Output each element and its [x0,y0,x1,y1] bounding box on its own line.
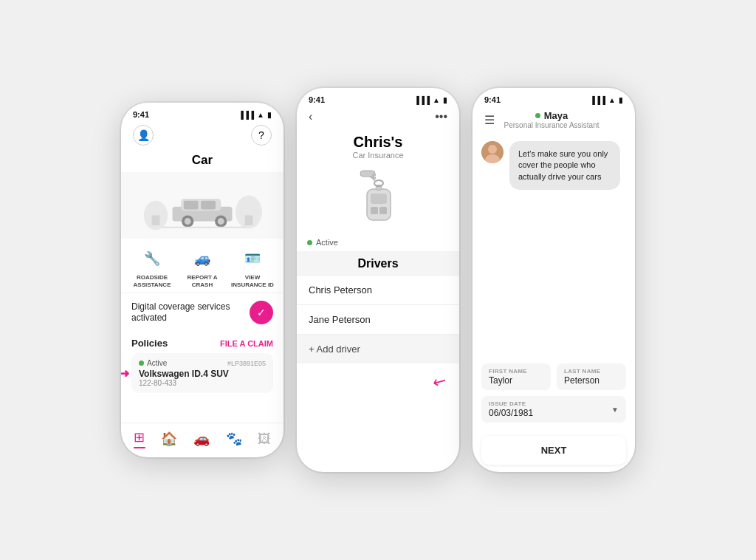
svg-rect-6 [184,201,199,210]
maya-header: Maya Personal Insurance Assistant [504,110,599,129]
nav-home[interactable]: 🏠 [161,431,177,447]
keys-illustration [297,161,459,233]
nav-scan[interactable]: ⊞ [134,429,145,448]
svg-rect-1 [152,216,160,226]
dropdown-chevron-icon: ▼ [611,406,619,414]
phone-2: 9:41 ▐▐▐ ▲ ▮ ‹ ••• Chris's Car Insurance [297,88,459,472]
avatar [481,141,504,163]
active-text: Active [316,238,338,247]
more-btn[interactable]: ••• [435,110,447,123]
policy-id: #LP3891E05 [227,360,266,367]
phone2-title-block: Chris's Car Insurance [297,129,459,161]
signal-icon: ▐▐▐ [238,111,254,119]
next-button[interactable]: NEXT [481,436,626,465]
file-claim-btn[interactable]: FILE A CLAIM [220,339,273,348]
time-2: 9:41 [309,95,325,104]
status-icons-2: ▐▐▐ ▲ ▮ [414,96,447,104]
policy-num: 122-80-433 [139,379,266,387]
signal-icon-2: ▐▐▐ [414,96,430,104]
help-icon[interactable]: ? [251,125,272,146]
bottom-nav: ⊞ 🏠 🚗 🐾 🖼 [121,423,284,457]
roadside-label: ROADSIDEASSISTANCE [134,274,171,288]
issue-date-label: ISSUE DATE [489,400,533,407]
policy-name: Volkswagen ID.4 SUV [139,369,266,379]
phone2-title: Chris's [297,134,459,151]
status-icons-1: ▐▐▐ ▲ ▮ [238,111,272,119]
profile-icon[interactable]: 👤 [133,125,154,146]
status-bar-1: 9:41 ▐▐▐ ▲ ▮ [121,103,284,122]
insurance-id-btn[interactable]: 🪪 VIEWINSURANCE ID [227,246,278,288]
battery-icon: ▮ [267,111,272,119]
name-row: FIRST NAME Taylor LAST NAME Peterson [481,363,626,390]
maya-status-dot [535,113,540,118]
nav-photos[interactable]: 🖼 [258,431,271,447]
nav-pets[interactable]: 🐾 [226,431,242,447]
wifi-icon-2: ▲ [433,96,440,104]
svg-rect-14 [371,194,387,204]
form-section: FIRST NAME Taylor LAST NAME Peterson ISS… [472,363,635,428]
last-name-field[interactable]: LAST NAME Peterson [557,363,626,390]
add-driver-btn[interactable]: + Add driver [297,334,459,363]
chat-bubble: Let's make sure you only cover the peopl… [509,141,620,190]
svg-rect-21 [372,174,376,176]
nav-car[interactable]: 🚗 [193,431,210,447]
driver-row-2[interactable]: Jane Peterson [297,304,459,334]
first-name-value: Taylor [489,375,543,386]
driver-row-1[interactable]: Chris Peterson [297,275,459,304]
phone2-header: ‹ ••• [297,107,459,129]
first-name-field[interactable]: FIRST NAME Taylor [481,363,551,390]
status-bar-3: 9:41 ▐▐▐ ▲ ▮ [472,88,635,107]
signal-icon-3: ▐▐▐ [590,96,605,104]
svg-rect-16 [379,207,387,214]
arrow-annotation: ↙ [429,369,450,393]
policy-card[interactable]: ➜ Active #LP3891E05 Volkswagen ID.4 SUV … [131,353,273,393]
policies-header: Policies FILE A CLAIM [131,338,273,349]
report-crash-btn[interactable]: 🚙 REPORT ACRASH [177,246,227,288]
first-name-label: FIRST NAME [489,368,543,375]
active-status: Active [139,359,167,367]
battery-icon-2: ▮ [443,96,447,104]
id-icon: 🪪 [240,246,265,271]
menu-icon[interactable]: ☰ [484,113,495,127]
svg-point-11 [218,218,224,225]
phone-1: 9:41 ▐▐▐ ▲ ▮ 👤 ? Car [121,103,284,457]
chat-area: Let's make sure you only cover the peopl… [472,134,635,363]
coverage-text: Digital coverage services activated [131,301,235,324]
active-badge: Active [297,233,459,251]
roadside-assistance-btn[interactable]: 🔧 ROADSIDEASSISTANCE [127,246,177,288]
quick-actions: 🔧 ROADSIDEASSISTANCE 🚙 REPORT ACRASH 🪪 V… [121,239,284,293]
time-3: 9:41 [484,95,501,104]
drivers-section: Drivers Chris Peterson Jane Peterson + A… [297,251,459,368]
status-bar-2: 9:41 ▐▐▐ ▲ ▮ [297,88,459,107]
svg-point-24 [488,145,497,154]
green-dot [139,361,144,366]
page-title-1: Car [121,151,284,172]
drivers-title: Drivers [297,251,459,275]
last-name-label: LAST NAME [564,368,619,375]
maya-name: Maya [504,110,599,121]
issue-date-value: 06/03/1981 [489,408,533,418]
active-green-dot [307,240,312,245]
svg-rect-15 [371,207,378,214]
policy-active-row: Active #LP3891E05 [139,359,266,367]
phone-3: 9:41 ▐▐▐ ▲ ▮ ☰ Maya Personal Insurance A… [472,88,635,472]
back-btn[interactable]: ‹ [309,110,312,123]
crash-label: REPORT ACRASH [187,274,217,288]
arrow-indicator: ➜ [121,366,129,380]
battery-icon-3: ▮ [619,96,623,104]
roadside-icon: 🔧 [140,246,165,271]
svg-rect-22 [372,177,376,179]
wifi-icon-3: ▲ [608,96,616,104]
svg-rect-7 [201,201,216,210]
svg-point-9 [185,218,191,225]
time-1: 9:41 [133,110,149,119]
coverage-check-btn[interactable]: ✓ [250,301,273,324]
status-icons-3: ▐▐▐ ▲ ▮ [590,96,623,104]
policies-title: Policies [131,338,168,349]
svg-rect-3 [245,216,253,226]
last-name-value: Peterson [564,375,619,386]
chat-bubble-row: Let's make sure you only cover the peopl… [481,141,626,190]
phone2-subtitle: Car Insurance [297,151,459,160]
issue-date-field[interactable]: ISSUE DATE 06/03/1981 ▼ [481,396,626,423]
maya-subtitle: Personal Insurance Assistant [504,121,599,129]
